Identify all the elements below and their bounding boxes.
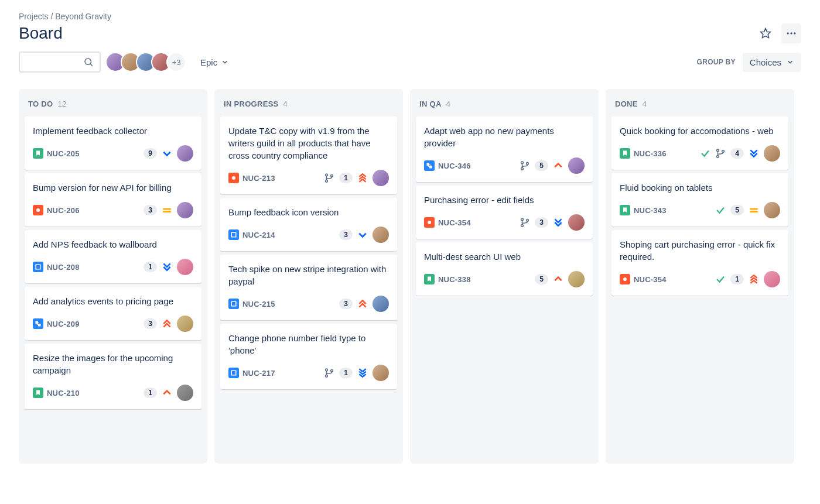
groupby-select[interactable]: Choices xyxy=(743,53,801,72)
assignee-avatar[interactable] xyxy=(568,214,585,231)
issue-key: NUC-217 xyxy=(242,369,275,378)
branch-icon xyxy=(324,173,334,183)
priority-icon xyxy=(553,217,563,228)
story-points-badge: 1 xyxy=(339,173,353,183)
story-points-badge: 1 xyxy=(144,262,157,272)
card-title: Change phone number field type to 'phone… xyxy=(228,332,389,356)
priority-icon xyxy=(357,368,368,378)
issue-type-icon xyxy=(228,173,239,183)
more-button[interactable] xyxy=(781,23,801,43)
priority-icon xyxy=(162,148,172,159)
issue-card[interactable]: Bump feedback icon versionNUC-2143 xyxy=(220,198,397,251)
issue-type-icon xyxy=(228,229,239,240)
assignee-avatar[interactable] xyxy=(568,157,585,174)
branch-icon xyxy=(520,217,530,228)
svg-point-1 xyxy=(787,32,789,34)
card-title: Resize the images for the upcoming campa… xyxy=(33,352,193,376)
priority-icon xyxy=(749,148,759,159)
issue-card[interactable]: Implement feedback collectorNUC-2059 xyxy=(25,116,201,170)
issue-key: NUC-338 xyxy=(438,275,471,284)
issue-card[interactable]: Tech spike on new stripe integration wit… xyxy=(220,255,397,320)
assignee-avatar[interactable] xyxy=(177,145,193,162)
assignee-avatar[interactable] xyxy=(764,145,780,162)
story-points-badge: 1 xyxy=(339,368,353,378)
svg-rect-11 xyxy=(38,324,41,327)
svg-point-29 xyxy=(428,221,431,224)
issue-type-icon xyxy=(33,318,43,329)
issue-key: NUC-215 xyxy=(242,300,275,308)
story-points-badge: 3 xyxy=(339,299,353,309)
story-points-badge: 3 xyxy=(144,205,157,215)
svg-point-3 xyxy=(794,32,795,34)
svg-rect-7 xyxy=(163,208,171,210)
assignee-avatar[interactable] xyxy=(373,296,389,312)
issue-card[interactable]: Update T&C copy with v1.9 from the write… xyxy=(220,116,397,194)
issue-type-icon xyxy=(228,299,239,309)
branch-icon xyxy=(324,368,334,378)
issue-card[interactable]: Quick booking for accomodations - webNUC… xyxy=(611,116,788,170)
assignee-avatar[interactable] xyxy=(568,271,585,287)
card-title: Tech spike on new stripe integration wit… xyxy=(228,263,389,287)
svg-rect-37 xyxy=(750,211,758,212)
svg-rect-24 xyxy=(429,166,432,169)
issue-card[interactable]: Purchasing error - edit fieldsNUC-3543 xyxy=(416,186,593,239)
issue-type-icon xyxy=(620,274,630,284)
issue-card[interactable]: Bump version for new API for billingNUC-… xyxy=(25,173,201,227)
assignee-avatar[interactable] xyxy=(764,271,780,287)
column-inqa: IN QA 4 Adapt web app no new payments pr… xyxy=(410,89,599,464)
issue-key: NUC-209 xyxy=(47,320,80,328)
card-title: Shoping cart purchasing error - quick fi… xyxy=(620,238,780,263)
issue-key: NUC-205 xyxy=(47,149,80,158)
star-button[interactable] xyxy=(756,23,775,43)
card-title: Fluid booking on tablets xyxy=(620,181,780,194)
column-body: Quick booking for accomodations - webNUC… xyxy=(611,116,788,296)
issue-card[interactable]: Shoping cart purchasing error - quick fi… xyxy=(611,230,788,296)
column-count: 12 xyxy=(57,100,66,108)
card-title: Update T&C copy with v1.9 from the write… xyxy=(228,125,389,162)
svg-rect-10 xyxy=(36,321,39,324)
issue-card[interactable]: Adapt web app no new payments providerNU… xyxy=(416,116,593,182)
assignee-avatar[interactable] xyxy=(373,227,389,243)
svg-point-33 xyxy=(717,149,719,152)
card-title: Bump version for new API for billing xyxy=(33,181,193,194)
assignee-avatar[interactable] xyxy=(177,259,193,275)
avatar-more[interactable]: +3 xyxy=(166,52,186,72)
issue-card[interactable]: Add NPS feedback to wallboardNUC-2081 xyxy=(25,230,201,283)
epic-filter[interactable]: Epic xyxy=(196,54,234,71)
avatar-stack[interactable]: +3 xyxy=(110,52,186,72)
star-icon xyxy=(760,28,771,39)
story-points-badge: 5 xyxy=(535,160,548,171)
column-count: 4 xyxy=(446,100,451,108)
issue-card[interactable]: Multi-dest search UI webNUC-3385 xyxy=(416,242,593,296)
breadcrumb-project[interactable]: Beyond Gravity xyxy=(55,12,111,21)
assignee-avatar[interactable] xyxy=(373,170,389,186)
assignee-avatar[interactable] xyxy=(177,385,193,401)
svg-point-27 xyxy=(521,167,524,170)
card-title: Add analytics events to pricing page xyxy=(33,295,193,307)
priority-icon xyxy=(357,299,368,309)
search-input[interactable] xyxy=(19,52,101,73)
priority-icon xyxy=(553,160,563,171)
assignee-avatar[interactable] xyxy=(177,316,193,332)
svg-rect-18 xyxy=(231,301,236,306)
priority-icon xyxy=(162,318,172,329)
breadcrumb-projects[interactable]: Projects xyxy=(19,12,49,21)
svg-point-6 xyxy=(36,208,40,212)
column-body: Implement feedback collectorNUC-2059Bump… xyxy=(25,116,201,409)
assignee-avatar[interactable] xyxy=(764,202,780,218)
issue-card[interactable]: Change phone number field type to 'phone… xyxy=(220,324,397,389)
issue-type-icon xyxy=(424,274,435,284)
assignee-avatar[interactable] xyxy=(177,202,193,218)
priority-icon xyxy=(162,388,172,398)
column-header: IN PROGRESS 4 xyxy=(220,95,397,116)
issue-card[interactable]: Resize the images for the upcoming campa… xyxy=(25,344,201,409)
column-body: Adapt web app no new payments providerNU… xyxy=(416,116,593,296)
assignee-avatar[interactable] xyxy=(373,365,389,381)
svg-point-15 xyxy=(326,180,328,182)
issue-card[interactable]: Add analytics events to pricing pageNUC-… xyxy=(25,287,201,340)
card-title: Purchasing error - edit fields xyxy=(424,194,585,206)
issue-type-icon xyxy=(620,205,630,215)
issue-type-icon xyxy=(228,368,239,378)
issue-card[interactable]: Fluid booking on tabletsNUC-3435 xyxy=(611,173,788,227)
story-points-badge: 4 xyxy=(730,148,744,159)
